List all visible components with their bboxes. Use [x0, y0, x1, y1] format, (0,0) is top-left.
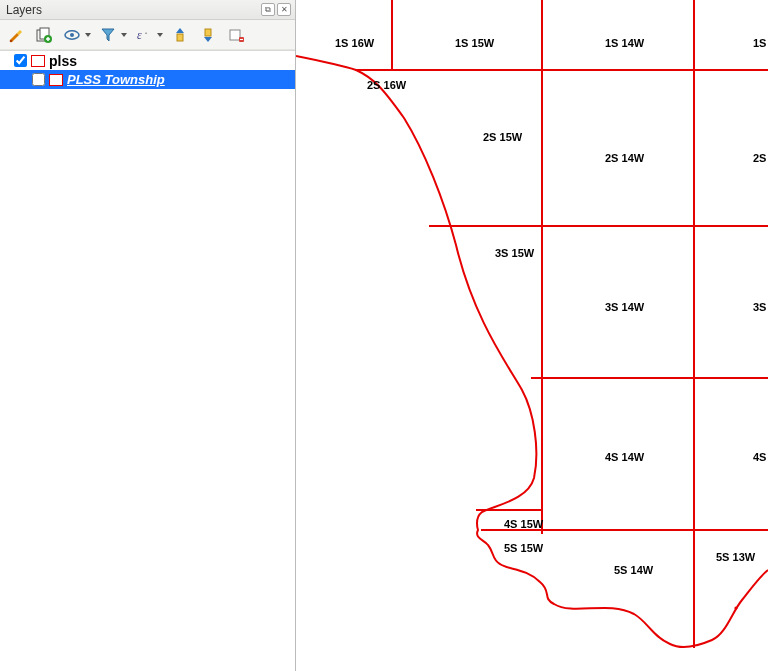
layer-row-plss-township[interactable]: PLSS Township: [0, 70, 295, 89]
map-canvas[interactable]: 1S 16W1S 15W1S 14W1S2S 16W2S 15W2S 14W2S…: [296, 0, 768, 671]
layers-toolbar: ε•: [0, 20, 295, 50]
add-group-icon[interactable]: [33, 24, 55, 46]
township-label: 2S 16W: [367, 79, 406, 91]
layer-label: PLSS Township: [67, 72, 165, 87]
svg-rect-8: [177, 34, 183, 41]
layer-row-plss[interactable]: plss: [0, 51, 295, 70]
svg-point-5: [70, 33, 74, 37]
township-label: 1S 16W: [335, 37, 374, 49]
township-label: 4S: [753, 451, 766, 463]
svg-text:•: •: [145, 30, 147, 36]
svg-point-0: [10, 39, 13, 42]
close-panel-button[interactable]: ✕: [277, 3, 291, 16]
chevron-down-icon[interactable]: [85, 33, 91, 37]
township-label: 1S 15W: [455, 37, 494, 49]
chevron-down-icon[interactable]: [157, 33, 163, 37]
township-label: 3S: [753, 301, 766, 313]
filter-tool[interactable]: [97, 24, 127, 46]
panel-header: Layers ⧉ ✕: [0, 0, 295, 20]
svg-text:ε: ε: [137, 28, 142, 42]
layer-checkbox-plss[interactable]: [14, 54, 27, 67]
expand-all-icon[interactable]: [169, 24, 191, 46]
township-label: 3S 15W: [495, 247, 534, 259]
svg-rect-10: [230, 30, 240, 40]
layer-tree[interactable]: plss PLSS Township: [0, 50, 295, 671]
township-label: 1S: [753, 37, 766, 49]
layers-panel: Layers ⧉ ✕ ε•: [0, 0, 296, 671]
township-label: 2S 14W: [605, 152, 644, 164]
panel-header-buttons: ⧉ ✕: [261, 3, 291, 16]
eye-icon[interactable]: [61, 24, 83, 46]
layer-checkbox-township[interactable]: [32, 73, 45, 86]
township-label: 2S 15W: [483, 131, 522, 143]
svg-rect-12: [240, 39, 243, 40]
style-icon[interactable]: [5, 24, 27, 46]
township-label: 4S 14W: [605, 451, 644, 463]
svg-point-22: [734, 606, 737, 609]
map-svg: [296, 0, 768, 671]
layer-swatch: [49, 74, 63, 86]
visibility-tool[interactable]: [61, 24, 91, 46]
remove-layer-icon[interactable]: [225, 24, 247, 46]
svg-rect-9: [205, 29, 211, 36]
township-label: 5S 15W: [504, 542, 543, 554]
panel-title: Layers: [6, 3, 261, 17]
township-label: 2S: [753, 152, 766, 164]
filter-icon[interactable]: [97, 24, 119, 46]
expression-tool[interactable]: ε•: [133, 24, 163, 46]
expression-icon[interactable]: ε•: [133, 24, 155, 46]
township-label: 5S 14W: [614, 564, 653, 576]
detach-button[interactable]: ⧉: [261, 3, 275, 16]
township-label: 4S 15W: [504, 518, 543, 530]
township-label: 5S 13W: [716, 551, 755, 563]
township-label: 3S 14W: [605, 301, 644, 313]
layer-label: plss: [49, 53, 77, 69]
collapse-all-icon[interactable]: [197, 24, 219, 46]
chevron-down-icon[interactable]: [121, 33, 127, 37]
township-label: 1S 14W: [605, 37, 644, 49]
layer-swatch: [31, 55, 45, 67]
